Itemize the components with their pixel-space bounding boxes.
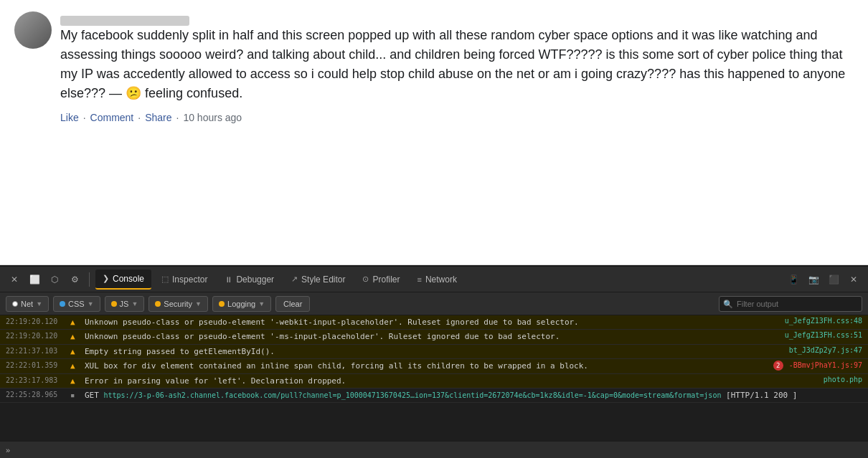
post-text: My facebook suddenly split in half and t… [60,28,845,100]
console-log: 22:19:20.120 ▲ Unknown pseudo-class or p… [0,315,868,441]
console-tab-icon: ❯ [103,274,109,283]
warning-icon: ▲ [70,376,82,386]
share-button[interactable]: Share [145,112,171,123]
log-source[interactable]: bt_J3dZp2y7.js:47 [762,346,862,354]
dock-icon[interactable]: ⬜ [26,271,43,288]
sep3: · [176,112,179,123]
post-body: My facebook suddenly split in half and t… [60,26,854,103]
screenshot-icon[interactable]: 📷 [805,271,822,288]
post-time: 10 hours ago [183,112,242,123]
warning-icon: ▲ [70,361,82,371]
inspector-tab-label: Inspector [172,275,207,285]
logging-filter-btn[interactable]: Logging ▼ [212,296,271,312]
devtools-panel: ✕ ⬜ ⬡ ⚙ ❯ Console ⬚ Inspector ⏸ Debugger… [0,265,868,458]
debugger-tab-label: Debugger [236,275,274,285]
tab-style-editor[interactable]: ↗ Style Editor [284,269,352,290]
warning-icon: ▲ [70,346,82,356]
split-view-icon[interactable]: ⬛ [825,271,842,288]
sep1: · [83,112,86,123]
sep2: · [138,112,141,123]
comment-button[interactable]: Comment [90,112,134,123]
net-chevron: ▼ [36,300,42,307]
user-name-blurred [60,16,189,26]
log-url[interactable]: https://3-p-06-ash2.channel.facebook.com… [104,391,722,399]
filter-search-input[interactable] [719,296,862,312]
network-tab-label: Network [425,275,457,285]
log-timestamp: 22:25:28.965 [6,390,70,399]
style-editor-tab-label: Style Editor [301,275,345,285]
log-source[interactable]: u_JefgZ13FH.css:51 [762,331,862,339]
log-row: 22:19:20.120 ▲ Unknown pseudo-class or p… [0,315,868,330]
info-icon: ▪ [70,390,82,400]
error-badge: 2 [773,361,783,371]
close-devtools-icon[interactable]: ✕ [6,271,23,288]
post-area: My facebook suddenly split in half and t… [0,0,868,265]
toolbar-sep [89,272,90,287]
devtools-right-icons: 📱 📷 ⬛ ✕ [785,271,862,288]
network-tab-icon: ≡ [417,275,421,284]
expand-console-btn[interactable]: » [6,446,10,454]
tab-inspector[interactable]: ⬚ Inspector [154,269,214,290]
css-dot [60,301,65,307]
clear-button[interactable]: Clear [275,296,310,312]
avatar [14,11,52,49]
search-icon: 🔍 [723,299,733,308]
tab-profiler[interactable]: ⊙ Profiler [355,269,407,290]
console-tab-label: Console [113,274,144,284]
like-button[interactable]: Like [60,112,79,123]
security-chevron: ▼ [195,300,202,307]
css-filter-btn[interactable]: CSS ▼ [53,296,100,312]
log-source[interactable]: u_JefgZ13FH.css:48 [762,317,862,325]
net-filter-btn[interactable]: Net ▼ [6,296,49,312]
devtools-toolbar: ✕ ⬜ ⬡ ⚙ ❯ Console ⬚ Inspector ⏸ Debugger… [0,267,868,292]
log-timestamp: 22:23:17.983 [6,376,70,384]
log-row: 22:19:20.120 ▲ Unknown pseudo-class or p… [0,330,868,344]
debugger-tab-icon: ⏸ [225,275,232,284]
log-message: XUL box for div element contained an inl… [85,361,762,371]
tab-debugger[interactable]: ⏸ Debugger [217,269,281,290]
style-editor-tab-icon: ↗ [291,275,298,284]
net-dot [12,301,18,307]
responsive-design-icon[interactable]: 📱 [785,271,802,288]
net-label: Net [21,300,33,308]
log-row: 22:23:17.983 ▲ Error in parsing value fo… [0,374,868,388]
warning-icon: ▲ [70,331,82,341]
filter-bar: Net ▼ CSS ▼ JS ▼ Security ▼ Logging ▼ Cl… [0,292,868,315]
log-message: Error in parsing value for 'left'. Decla… [85,376,762,386]
security-filter-btn[interactable]: Security ▼ [148,296,208,312]
js-chevron: ▼ [131,300,138,307]
inspector-tab-icon: ⬚ [161,275,169,284]
log-timestamp: 22:21:37.103 [6,346,70,355]
tab-network[interactable]: ≡ Network [410,269,463,290]
log-row: 22:25:28.965 ▪ GET https://3-p-06-ash2.c… [0,388,868,403]
log-message: GET https://3-p-06-ash2.channel.facebook… [85,390,862,401]
logging-dot [219,301,225,307]
log-row: 22:21:37.103 ▲ Empty string passed to ge… [0,345,868,359]
log-source[interactable]: photo.php [762,376,862,383]
logging-chevron: ▼ [258,300,265,307]
filter-search-wrapper: 🔍 [719,296,862,312]
security-dot [155,301,161,307]
js-label: JS [120,300,129,308]
log-timestamp: 22:22:01.359 [6,361,70,369]
js-filter-btn[interactable]: JS ▼ [105,296,145,312]
log-message: Unknown pseudo-class or pseudo-element '… [85,331,762,342]
log-timestamp: 22:19:20.120 [6,317,70,325]
post-actions: Like · Comment · Share · 10 hours ago [60,112,854,123]
pin-icon[interactable]: ⬡ [46,271,63,288]
minimize-icon[interactable]: ✕ [845,271,862,288]
log-timestamp: 22:19:20.120 [6,331,70,340]
log-row: 22:22:01.359 ▲ XUL box for div element c… [0,359,868,373]
warning-icon: ▲ [70,317,82,327]
log-source[interactable]: 2 -BBmvjPhaY1.js:97 [762,361,862,371]
devtools-bottom-bar: » [0,441,868,458]
tab-console[interactable]: ❯ Console [95,269,151,290]
css-label: CSS [68,300,85,308]
log-message: Empty string passed to getElementById(). [85,346,762,357]
logging-label: Logging [227,300,255,308]
profiler-tab-label: Profiler [372,275,400,285]
security-label: Security [164,300,192,308]
profiler-tab-icon: ⊙ [362,275,369,284]
settings-icon[interactable]: ⚙ [66,271,83,288]
css-chevron: ▼ [88,300,94,307]
